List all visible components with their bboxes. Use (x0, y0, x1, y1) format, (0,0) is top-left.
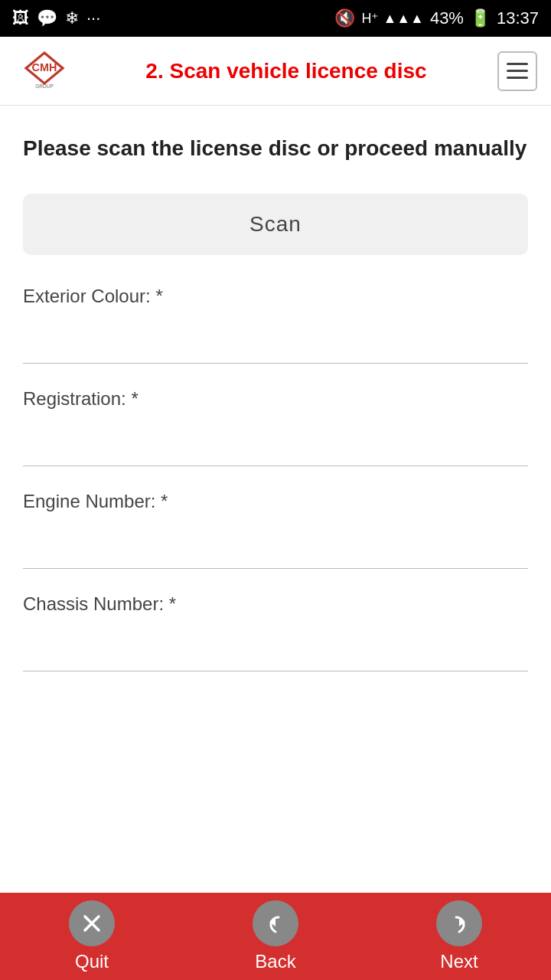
next-button[interactable]: Next (398, 900, 520, 972)
quit-button[interactable]: Quit (31, 900, 153, 972)
instruction-text: Please scan the license disc or proceed … (23, 133, 528, 163)
engine-number-input[interactable] (23, 520, 528, 569)
registration-input[interactable] (23, 417, 528, 466)
dots-icon: ··· (86, 8, 100, 28)
svg-text:GROUP: GROUP (35, 83, 53, 88)
engine-number-label: Engine Number: * (23, 491, 528, 512)
weather-icon: ❄ (65, 8, 79, 28)
battery-icon: 🔋 (470, 8, 491, 28)
quit-icon (69, 900, 115, 946)
clock: 13:37 (497, 8, 539, 28)
chassis-number-label: Chassis Number: * (23, 593, 528, 615)
image-icon: 🖼 (12, 8, 29, 28)
page-title: 2. Scan vehicle licence disc (75, 59, 497, 83)
chassis-number-group: Chassis Number: * (23, 593, 528, 671)
registration-label: Registration: * (23, 388, 528, 410)
registration-group: Registration: * (23, 388, 528, 466)
main-content: Please scan the license disc or proceed … (0, 106, 551, 811)
menu-button[interactable] (497, 51, 537, 91)
exterior-colour-input[interactable] (23, 315, 528, 364)
chat-icon: 💬 (37, 8, 57, 28)
mute-icon: 🔇 (334, 8, 355, 28)
cmh-logo-svg: CMH GROUP (14, 48, 75, 94)
engine-number-group: Engine Number: * (23, 491, 528, 569)
exterior-colour-label: Exterior Colour: * (23, 286, 528, 307)
next-icon (436, 900, 482, 946)
exterior-colour-group: Exterior Colour: * (23, 286, 528, 364)
back-label: Back (255, 951, 295, 972)
status-right-icons: 🔇 H⁺ ▲▲▲ 43% 🔋 13:37 (334, 8, 539, 28)
back-icon (253, 900, 298, 946)
signal-icon: H⁺ ▲▲▲ (361, 10, 423, 27)
bottom-nav: Quit Back Next (0, 893, 551, 980)
back-button[interactable]: Back (214, 900, 337, 972)
status-bar: 🖼 💬 ❄ ··· 🔇 H⁺ ▲▲▲ 43% 🔋 13:37 (0, 0, 551, 37)
next-label: Next (440, 951, 478, 972)
svg-text:CMH: CMH (32, 61, 57, 74)
app-header: CMH GROUP 2. Scan vehicle licence disc (0, 37, 551, 106)
scan-button[interactable]: Scan (23, 194, 528, 255)
status-left-icons: 🖼 💬 ❄ ··· (12, 8, 100, 28)
hamburger-icon (507, 63, 528, 79)
chassis-number-input[interactable] (23, 622, 528, 671)
quit-label: Quit (75, 951, 109, 972)
logo: CMH GROUP (14, 48, 75, 94)
battery-percentage: 43% (430, 8, 464, 28)
